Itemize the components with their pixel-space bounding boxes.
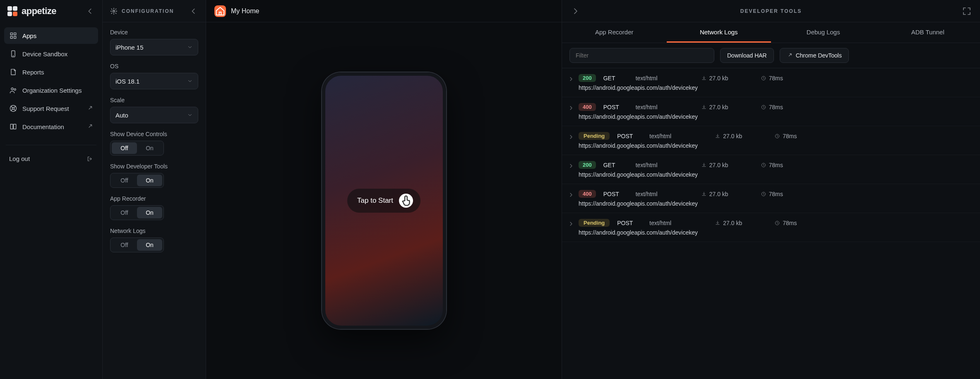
org-icon xyxy=(9,86,17,94)
chevron-right-icon xyxy=(568,105,574,111)
network-log-list[interactable]: 200 GET text/html 27.0 kb 78ms https://a… xyxy=(562,68,980,379)
support-icon xyxy=(9,104,17,113)
request-url: https://android.googleapis.com/auth/devi… xyxy=(579,171,971,178)
download-icon xyxy=(701,191,707,197)
device-value: iPhone 15 xyxy=(115,44,144,51)
request-url: https://android.googleapis.com/auth/devi… xyxy=(579,229,971,236)
tab-adb-tunnel[interactable]: ADB Tunnel xyxy=(876,22,980,43)
device-frame[interactable]: Tap to Start xyxy=(322,72,446,329)
network-log-row[interactable]: 400 POST text/html 27.0 kb 78ms https://… xyxy=(562,184,980,213)
time-value: 78ms xyxy=(761,104,783,110)
scale-select[interactable]: Auto xyxy=(110,107,198,123)
sidebar-item-docs[interactable]: Documentation xyxy=(4,118,98,135)
download-icon xyxy=(715,133,721,139)
button-label: Chrome DevTools xyxy=(796,52,842,59)
scale-value: Auto xyxy=(115,112,128,119)
tap-label: Tap to Start xyxy=(357,197,393,205)
svg-rect-2 xyxy=(10,36,12,38)
size-value: 27.0 kb xyxy=(715,133,742,139)
chevron-right-icon xyxy=(568,163,574,169)
os-select[interactable]: iOS 18.1 xyxy=(110,73,198,89)
external-link-icon xyxy=(787,53,793,58)
toggle-network-logs: Network Logs Off On xyxy=(110,228,198,252)
toggle-off[interactable]: Off xyxy=(112,175,137,186)
network-log-row[interactable]: Pending POST text/html 27.0 kb 78ms http… xyxy=(562,126,980,155)
sidebar-item-label: Documentation xyxy=(22,123,64,130)
device-label: Device xyxy=(110,29,198,36)
sidebar-nav: Apps Device Sandbox Reports Organization… xyxy=(0,22,102,140)
device-stage-panel: My Home Tap to Start xyxy=(206,0,562,379)
toggle-on[interactable]: On xyxy=(137,142,162,154)
devtools-expand-button[interactable] xyxy=(570,6,580,16)
network-log-row[interactable]: 400 POST text/html 27.0 kb 78ms https://… xyxy=(562,97,980,126)
svg-rect-3 xyxy=(14,36,16,38)
sidebar-collapse-button[interactable] xyxy=(86,7,95,16)
device-select[interactable]: iPhone 15 xyxy=(110,39,198,55)
chevron-right-icon xyxy=(568,134,574,140)
devtools-title: DEVELOPER TOOLS xyxy=(740,8,802,14)
tab-app-recorder[interactable]: App Recorder xyxy=(562,22,667,43)
chevron-left-icon xyxy=(86,7,95,16)
sidebar-item-org-settings[interactable]: Organization Settings xyxy=(4,82,98,98)
chevron-right-icon xyxy=(568,221,574,227)
toggle-label: Show Developer Tools xyxy=(110,163,198,170)
sidebar-item-label: Reports xyxy=(22,69,44,76)
svg-point-9 xyxy=(113,10,115,12)
download-har-button[interactable]: Download HAR xyxy=(720,48,774,63)
sidebar-item-support[interactable]: Support Request xyxy=(4,100,98,117)
toggle-off[interactable]: Off xyxy=(112,239,137,251)
size-value: 27.0 kb xyxy=(715,220,742,226)
clock-icon xyxy=(761,191,766,197)
status-badge: 200 xyxy=(579,161,596,169)
download-icon xyxy=(701,104,707,110)
external-link-icon xyxy=(86,105,93,112)
filter-input[interactable] xyxy=(569,48,714,63)
devtools-tabs: App Recorder Network Logs Debug Logs ADB… xyxy=(562,22,980,43)
toggle-on[interactable]: On xyxy=(137,175,162,186)
status-badge: 400 xyxy=(579,103,596,111)
size-value: 27.0 kb xyxy=(701,75,728,82)
request-url: https://android.googleapis.com/auth/devi… xyxy=(579,142,971,149)
tap-icon xyxy=(399,194,413,208)
download-icon xyxy=(701,162,707,168)
size-value: 27.0 kb xyxy=(701,104,728,110)
toggle-app-recorder: App Recorder Off On xyxy=(110,195,198,220)
apps-icon xyxy=(9,31,17,40)
chevron-down-icon xyxy=(187,78,193,84)
clock-icon xyxy=(761,162,766,168)
toggle-off[interactable]: Off xyxy=(112,142,137,154)
gear-icon xyxy=(110,7,118,15)
config-title: CONFIGURATION xyxy=(122,8,174,14)
logout-button[interactable]: Log out xyxy=(0,150,102,167)
tap-to-start-button[interactable]: Tap to Start xyxy=(347,189,420,213)
clock-icon xyxy=(761,104,766,110)
size-value: 27.0 kb xyxy=(701,162,728,168)
content-type: text/html xyxy=(649,220,707,226)
chrome-devtools-button[interactable]: Chrome DevTools xyxy=(780,48,849,63)
time-value: 78ms xyxy=(774,220,797,226)
toggle-on[interactable]: On xyxy=(137,207,162,218)
toggle-off[interactable]: Off xyxy=(112,207,137,218)
sidebar-item-label: Organization Settings xyxy=(22,87,82,94)
toggle-on[interactable]: On xyxy=(137,239,162,251)
external-link-icon xyxy=(86,123,93,130)
toggle-label: Network Logs xyxy=(110,228,198,234)
sidebar-item-reports[interactable]: Reports xyxy=(4,64,98,80)
tab-debug-logs[interactable]: Debug Logs xyxy=(771,22,876,43)
clock-icon xyxy=(774,133,780,139)
content-type: text/html xyxy=(636,104,694,110)
config-collapse-button[interactable] xyxy=(189,7,198,16)
page-title: My Home xyxy=(231,7,259,15)
network-log-row[interactable]: 200 GET text/html 27.0 kb 78ms https://a… xyxy=(562,68,980,97)
sidebar-item-device-sandbox[interactable]: Device Sandbox xyxy=(4,46,98,62)
clock-icon xyxy=(761,75,766,81)
tab-network-logs[interactable]: Network Logs xyxy=(667,22,771,43)
fullscreen-button[interactable] xyxy=(962,6,972,16)
network-log-row[interactable]: Pending POST text/html 27.0 kb 78ms http… xyxy=(562,213,980,242)
sidebar-item-apps[interactable]: Apps xyxy=(4,27,98,44)
network-log-row[interactable]: 200 GET text/html 27.0 kb 78ms https://a… xyxy=(562,155,980,184)
svg-point-5 xyxy=(11,88,13,90)
content-type: text/html xyxy=(636,162,694,168)
device-stage: Tap to Start xyxy=(206,22,562,379)
toggle-group: Off On xyxy=(110,173,164,188)
